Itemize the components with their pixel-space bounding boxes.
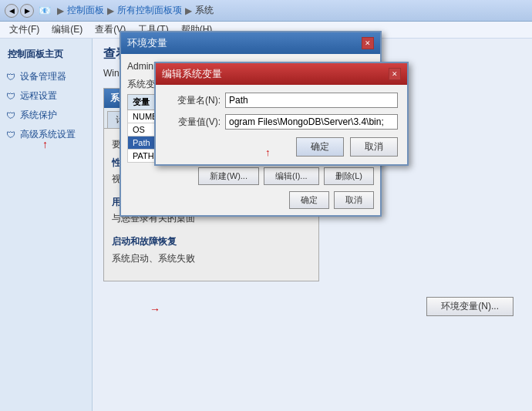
device-manager-icon: 🛡 — [5, 71, 17, 83]
arrow-confirm-indicator: ↑ — [265, 147, 271, 158]
edit-ok-button[interactable]: 确定 — [296, 137, 344, 157]
var-value-row: 变量值(V): — [165, 114, 398, 130]
bottom-area: → 环境变量(N)... — [103, 297, 521, 316]
arrow-advanced-indicator: ↑ — [42, 138, 48, 150]
env-dialog-titlebar: 环境变量 ✕ — [121, 32, 380, 54]
sidebar-item-label-2: 远程设置 — [20, 89, 57, 103]
sidebar-item-label-4: 高级系统设置 — [20, 128, 76, 141]
sidebar-item-label-1: 设备管理器 — [20, 70, 66, 83]
startup-detail: 系统启动、系统失败 — [112, 251, 311, 268]
forward-button[interactable]: ▶ — [20, 4, 34, 18]
delete-sys-var-button[interactable]: 删除(L) — [324, 167, 374, 185]
env-close-button[interactable]: ✕ — [362, 37, 374, 49]
back-button[interactable]: ◀ — [5, 4, 19, 18]
startup-title: 启动和故障恢复 — [112, 234, 311, 251]
edit-sys-var-button[interactable]: 编辑(I)... — [264, 167, 319, 185]
advanced-icon: 🛡 — [5, 129, 17, 141]
sidebar-item-protection[interactable]: 🛡 系统保护 — [0, 106, 92, 125]
sidebar-title: 控制面板主页 — [0, 45, 92, 67]
breadcrumb: 📧 ▶ 控制面板 ▶ 所有控制面板项 ▶ 系统 — [39, 4, 214, 17]
arrow-env-indicator: → — [150, 303, 160, 315]
edit-cancel-button[interactable]: 取消 — [350, 137, 398, 157]
sys-buttons-row: 新建(W)... 编辑(I)... 删除(L) — [127, 167, 374, 185]
nav-buttons: ◀ ▶ — [5, 4, 34, 18]
var-value-label: 变量值(V): — [165, 116, 221, 129]
sidebar: 控制面板主页 🛡 设备管理器 🛡 远程设置 🛡 系统保护 🛡 高级系统设置 ↑ — [0, 39, 93, 411]
env-ok-cancel-row: 确定 取消 — [127, 191, 374, 209]
sidebar-item-label-3: 系统保护 — [20, 109, 57, 122]
breadcrumb-current: 系统 — [195, 4, 214, 17]
env-variable-bottom-button[interactable]: 环境变量(N)... — [426, 297, 513, 316]
menu-edit[interactable]: 编辑(E) — [45, 22, 89, 38]
edit-ok-cancel-row: 确定 取消 — [165, 137, 398, 157]
var-name-input[interactable] — [225, 93, 398, 108]
menu-file[interactable]: 文件(F) — [3, 22, 45, 38]
breadcrumb-item-2[interactable]: 所有控制面板项 — [117, 4, 182, 17]
var-value-input[interactable] — [225, 114, 398, 130]
var-name-row: 变量名(N): — [165, 93, 398, 108]
breadcrumb-item-1[interactable]: 控制面板 — [67, 4, 104, 17]
protection-icon: 🛡 — [5, 109, 17, 122]
new-sys-var-button[interactable]: 新建(W)... — [198, 167, 259, 185]
env-dialog-title-label: 环境变量 — [127, 36, 167, 50]
edit-dialog-title-label: 编辑系统变量 — [162, 67, 222, 81]
env-ok-button[interactable]: 确定 — [289, 191, 329, 209]
edit-dialog-titlebar: 编辑系统变量 ✕ — [156, 63, 407, 85]
startup-section: 启动和故障恢复 系统启动、系统失败 — [112, 234, 311, 267]
edit-dialog-body: 变量名(N): 变量值(V): ↑ 确定 取消 — [156, 85, 407, 164]
edit-variable-dialog: 编辑系统变量 ✕ 变量名(N): 变量值(V): ↑ 确定 取消 — [154, 62, 409, 166]
var-name-label: 变量名(N): — [165, 94, 221, 107]
env-cancel-button[interactable]: 取消 — [334, 191, 374, 209]
remote-icon: 🛡 — [5, 90, 17, 103]
sidebar-item-device-manager[interactable]: 🛡 设备管理器 — [0, 67, 92, 86]
edit-close-button[interactable]: ✕ — [389, 68, 401, 80]
sidebar-item-remote[interactable]: 🛡 远程设置 — [0, 86, 92, 106]
title-bar: ◀ ▶ 📧 ▶ 控制面板 ▶ 所有控制面板项 ▶ 系统 — [0, 0, 532, 22]
